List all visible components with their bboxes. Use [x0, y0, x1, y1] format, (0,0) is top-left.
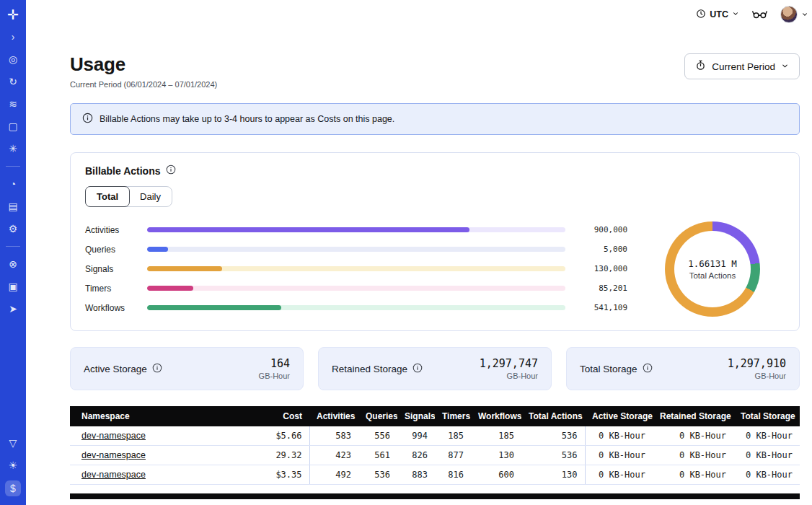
billable-actions-title-text: Billable Actions: [85, 165, 161, 177]
bar-track: [147, 227, 565, 232]
cost-icon[interactable]: $: [5, 480, 21, 496]
bar-row-timers: Timers85,201: [85, 278, 627, 298]
topbar: UTC: [26, 0, 812, 29]
storage-card-label-text: Retained Storage: [332, 364, 407, 374]
storage-card-value: 1,297,747: [480, 357, 538, 370]
bar-fill: [147, 266, 222, 271]
bar-track: [147, 305, 565, 310]
info-icon[interactable]: [643, 363, 653, 375]
cell-active-storage: 0 KB-Hour: [585, 465, 653, 485]
storage-card-label: Total Storage: [580, 363, 653, 375]
storage-card-label-text: Total Storage: [580, 364, 637, 374]
support-icon[interactable]: ⊗: [5, 257, 21, 271]
donut-wrap: 1.66131 M Total Actions: [640, 221, 785, 317]
period-dropdown-label: Current Period: [712, 61, 775, 72]
expand-chevron-icon[interactable]: ›: [5, 30, 21, 44]
donut-total-value: 1.66131 M: [688, 258, 737, 269]
chevron-down-icon: [781, 61, 789, 72]
clock-icon: [696, 9, 706, 21]
stopwatch-icon: [695, 60, 706, 73]
timezone-selector[interactable]: UTC: [696, 9, 739, 21]
cell-retained-storage: 0 KB-Hour: [653, 426, 733, 446]
schedules-icon[interactable]: ↻: [5, 74, 21, 89]
bar-fill: [147, 227, 469, 232]
bar-row-signals: Signals130,000: [85, 259, 627, 278]
nexus-icon[interactable]: ✳: [5, 141, 21, 156]
namespace-cell: dev-namespace: [70, 465, 263, 485]
info-icon[interactable]: [152, 363, 162, 375]
cell-queries: 556: [358, 426, 397, 446]
cell-retained-storage: 0 KB-Hour: [653, 446, 733, 465]
cell-workflows: 130: [471, 446, 521, 465]
billable-chart: Activities900,000Queries5,000Signals130,…: [85, 220, 785, 317]
billable-actions-title: Billable Actions: [85, 164, 785, 177]
column-header-active-storage: Active Storage: [585, 406, 653, 426]
info-banner: Billable Actions may take up to 3-4 hour…: [70, 103, 800, 135]
cell-timers: 185: [435, 426, 471, 446]
namespaces-icon[interactable]: ◎: [5, 52, 21, 66]
settings-icon[interactable]: ⚙: [5, 221, 21, 236]
docs-icon[interactable]: ▣: [5, 279, 21, 294]
bar-row-queries: Queries5,000: [85, 240, 627, 259]
cell-total-storage: 0 KB-Hour: [733, 465, 800, 485]
total-actions-donut: 1.66131 M Total Actions: [665, 221, 760, 317]
storage-card-value-block: 164GB-Hour: [259, 357, 290, 380]
chevron-down-icon: [732, 9, 739, 19]
storage-card-label: Active Storage: [84, 363, 162, 375]
table-row: dev-namespace29.324235618268771305360 KB…: [70, 446, 800, 465]
bar-row-activities: Activities900,000: [85, 220, 627, 240]
column-header-activities: Activities: [309, 406, 358, 426]
active-storage-card: Active Storage164GB-Hour: [70, 347, 304, 390]
cell-total-actions: 536: [521, 446, 585, 465]
billing-icon[interactable]: ▤: [5, 199, 21, 214]
billable-view-tabs: Total Daily: [85, 186, 172, 207]
glasses-icon[interactable]: [752, 9, 767, 19]
usage-icon[interactable]: ◔: [5, 177, 21, 191]
billable-bar-chart: Activities900,000Queries5,000Signals130,…: [85, 220, 627, 317]
bar-value: 130,000: [574, 264, 627, 273]
bar-value: 541,109: [574, 303, 627, 312]
tab-daily[interactable]: Daily: [129, 187, 172, 206]
namespace-cell: dev-namespace: [70, 426, 263, 446]
namespace-link[interactable]: dev-namespace: [81, 431, 146, 441]
namespace-link[interactable]: dev-namespace: [81, 450, 146, 460]
workers-icon[interactable]: ▢: [5, 119, 21, 133]
info-icon[interactable]: [166, 164, 176, 177]
cell-cost: 29.32: [263, 446, 309, 465]
period-dropdown[interactable]: Current Period: [684, 53, 800, 79]
storage-card-unit: GB-Hour: [259, 372, 290, 380]
theme-toggle-icon[interactable]: ☀: [5, 458, 21, 473]
bar-label: Activities: [85, 225, 138, 235]
deployments-icon[interactable]: ≋: [5, 97, 21, 111]
table-footer-strip: [70, 493, 800, 499]
total-storage-card: Total Storage1,297,910GB-Hour: [566, 347, 800, 390]
bar-row-workflows: Workflows541,109: [85, 298, 627, 317]
bar-label: Workflows: [85, 303, 138, 313]
user-menu[interactable]: [780, 6, 808, 23]
column-header-cost: Cost: [263, 406, 309, 426]
info-icon[interactable]: [412, 363, 423, 375]
retained-storage-card: Retained Storage1,297,747GB-Hour: [318, 347, 552, 390]
cell-retained-storage: 0 KB-Hour: [653, 465, 733, 485]
tab-total[interactable]: Total: [85, 186, 130, 207]
avatar: [780, 6, 798, 23]
bar-label: Timers: [85, 284, 138, 294]
bar-value: 5,000: [574, 245, 627, 254]
bar-fill: [147, 247, 168, 252]
cell-queries: 536: [358, 465, 397, 485]
column-header-total-storage: Total Storage: [733, 406, 800, 426]
feedback-icon[interactable]: ➤: [5, 302, 21, 316]
cell-active-storage: 0 KB-Hour: [585, 446, 653, 465]
storage-card-label-text: Active Storage: [84, 364, 147, 374]
bar-fill: [147, 305, 281, 310]
column-header-signals: Signals: [397, 406, 435, 426]
info-icon: [82, 113, 93, 126]
cell-total-storage: 0 KB-Hour: [733, 446, 800, 465]
cell-active-storage: 0 KB-Hour: [585, 426, 653, 446]
labs-icon[interactable]: ▽: [5, 436, 21, 450]
namespace-link[interactable]: dev-namespace: [81, 470, 146, 480]
info-banner-text: Billable Actions may take up to 3-4 hour…: [100, 114, 394, 124]
bar-fill: [147, 286, 193, 291]
cell-workflows: 185: [471, 426, 521, 446]
storage-card-value: 1,297,910: [728, 357, 786, 370]
